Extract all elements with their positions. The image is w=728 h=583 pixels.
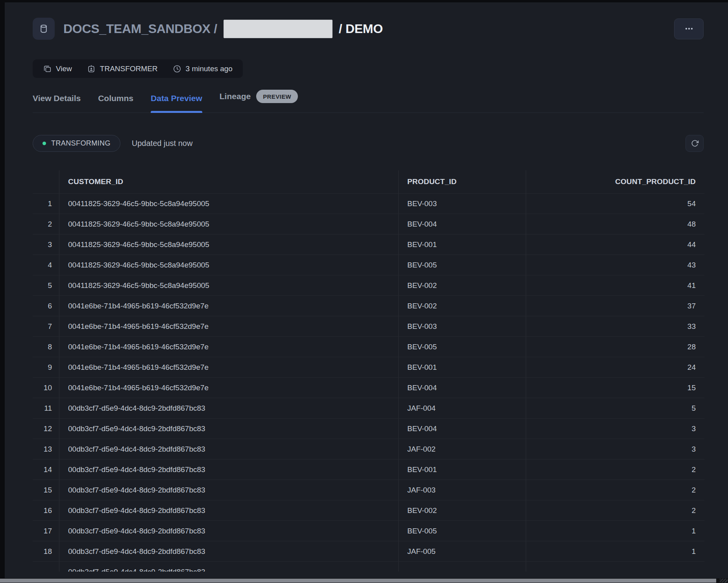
more-options-button[interactable] <box>674 18 704 39</box>
cell-count-product-id: 3 <box>526 439 704 459</box>
view-object-icon <box>43 65 52 73</box>
cell-count-product-id: 1 <box>526 541 704 561</box>
resize-grip-icon <box>720 579 728 583</box>
table-row: 1300db3cf7-d5e9-4dc4-8dc9-2bdfd867bc83JA… <box>33 439 704 459</box>
row-number: 3 <box>33 234 59 255</box>
table-row: 300411825-3629-46c5-9bbc-5c8a94e95005BEV… <box>33 234 704 255</box>
table-row: 1200db3cf7-d5e9-4dc4-8dc9-2bdfd867bc83BE… <box>33 418 704 439</box>
refresh-button[interactable] <box>686 135 704 152</box>
data-preview-table: CUSTOMER_ID PRODUCT_ID COUNT_PRODUCT_ID … <box>33 170 704 572</box>
redacted-schema-name <box>224 20 333 38</box>
table-row: 1500db3cf7-d5e9-4dc4-8dc9-2bdfd867bc83JA… <box>33 480 704 500</box>
cell-product-id: JAF-002 <box>399 439 526 459</box>
updated-text: Updated just now <box>132 139 193 148</box>
row-number: 15 <box>33 480 59 500</box>
database-icon <box>33 18 55 40</box>
tab-columns[interactable]: Columns <box>98 94 133 113</box>
table-header-row: CUSTOMER_ID PRODUCT_ID COUNT_PRODUCT_ID <box>33 170 704 193</box>
cell-count-product-id: 2 <box>526 500 704 520</box>
row-number-header <box>33 170 59 193</box>
table-row: 100411825-3629-46c5-9bbc-5c8a94e95005BEV… <box>33 193 704 214</box>
cell-customer-id: 00db3cf7-d5e9-4dc4-8dc9-2bdfd867bc83 <box>59 541 399 561</box>
tab-data-preview[interactable]: Data Preview <box>151 94 202 113</box>
row-number: 2 <box>33 214 59 234</box>
cell-customer-id: 00db3cf7-d5e9-4dc4-8dc9-2bdfd867bc83 <box>59 398 399 418</box>
cell-count-product-id <box>526 562 704 572</box>
cell-customer-id: 0041e6be-71b4-4965-b619-46cf532d9e7e <box>59 378 399 398</box>
row-number: 7 <box>33 316 59 336</box>
title-object-name: / DEMO <box>339 22 383 36</box>
cell-count-product-id: 2 <box>526 459 704 480</box>
column-header-product-id: PRODUCT_ID <box>399 170 526 193</box>
cell-customer-id: 00db3cf7-d5e9-4dc4-8dc9-2bdfd867bc83 <box>59 521 399 541</box>
cell-count-product-id: 2 <box>526 480 704 500</box>
cell-customer-id: 00411825-3629-46c5-9bbc-5c8a94e95005 <box>59 255 399 275</box>
row-number: 17 <box>33 521 59 541</box>
column-header-count-product-id: COUNT_PRODUCT_ID <box>526 170 704 193</box>
page-title: DOCS_TEAM_SANDBOX / / DEMO <box>63 20 383 38</box>
cell-product-id: BEV-002 <box>399 296 526 316</box>
cell-count-product-id: 5 <box>526 398 704 418</box>
row-number <box>33 562 59 572</box>
table-row: 200411825-3629-46c5-9bbc-5c8a94e95005BEV… <box>33 214 704 234</box>
table-row: 1100db3cf7-d5e9-4dc4-8dc9-2bdfd867bc83JA… <box>33 398 704 418</box>
tab-bar: View Details Columns Data Preview Lineag… <box>33 90 704 113</box>
table-row: 60041e6be-71b4-4965-b619-46cf532d9e7eBEV… <box>33 295 704 316</box>
cell-count-product-id: 1 <box>526 521 704 541</box>
row-number: 11 <box>33 398 59 418</box>
last-updated-chip: 3 minutes ago <box>173 65 233 73</box>
horizontal-scrollbar <box>0 578 728 583</box>
row-number: 12 <box>33 419 59 439</box>
table-row: 100041e6be-71b4-4965-b619-46cf532d9e7eBE… <box>33 377 704 398</box>
cell-product-id <box>399 562 526 572</box>
cell-count-product-id: 28 <box>526 337 704 357</box>
row-number: 1 <box>33 194 59 214</box>
view-detail-page: DOCS_TEAM_SANDBOX / / DEMO <box>5 2 728 578</box>
cell-count-product-id: 43 <box>526 255 704 275</box>
tab-lineage[interactable]: Lineage PREVIEW <box>220 90 298 113</box>
refresh-icon <box>691 139 699 148</box>
horizontal-scrollbar-thumb[interactable] <box>0 579 716 583</box>
title-path-prefix: DOCS_TEAM_SANDBOX / <box>63 22 217 36</box>
cell-count-product-id: 24 <box>526 357 704 377</box>
cell-customer-id: 0041e6be-71b4-4965-b619-46cf532d9e7e <box>59 296 399 316</box>
last-updated-label: 3 minutes ago <box>186 65 233 73</box>
table-row: 90041e6be-71b4-4965-b619-46cf532d9e7eBEV… <box>33 357 704 377</box>
cell-customer-id: 00db3cf7-d5e9-4dc4-8dc9-2bdfd867bc83 <box>59 562 399 572</box>
table-row: 70041e6be-71b4-4965-b619-46cf532d9e7eBEV… <box>33 316 704 336</box>
cell-customer-id: 00411825-3629-46c5-9bbc-5c8a94e95005 <box>59 234 399 255</box>
row-number: 14 <box>33 459 59 480</box>
role-chip: TRANSFORMER <box>87 65 158 73</box>
cell-customer-id: 0041e6be-71b4-4965-b619-46cf532d9e7e <box>59 316 399 336</box>
table-row: 400411825-3629-46c5-9bbc-5c8a94e95005BEV… <box>33 255 704 275</box>
row-number: 10 <box>33 378 59 398</box>
preview-status-row: TRANSFORMING Updated just now <box>33 135 704 152</box>
cell-product-id: BEV-001 <box>399 357 526 377</box>
preview-feature-badge: PREVIEW <box>256 90 298 103</box>
row-number: 13 <box>33 439 59 459</box>
cell-customer-id: 00db3cf7-d5e9-4dc4-8dc9-2bdfd867bc83 <box>59 419 399 439</box>
row-number: 6 <box>33 296 59 316</box>
cell-product-id: BEV-003 <box>399 194 526 214</box>
row-number: 5 <box>33 275 59 295</box>
cell-customer-id: 0041e6be-71b4-4965-b619-46cf532d9e7e <box>59 337 399 357</box>
table-row: 1400db3cf7-d5e9-4dc4-8dc9-2bdfd867bc83BE… <box>33 459 704 480</box>
table-row: 1600db3cf7-d5e9-4dc4-8dc9-2bdfd867bc83BE… <box>33 500 704 520</box>
clock-icon <box>173 65 181 73</box>
table-row: 1800db3cf7-d5e9-4dc4-8dc9-2bdfd867bc83JA… <box>33 541 704 561</box>
row-number: 18 <box>33 541 59 561</box>
cell-count-product-id: 44 <box>526 234 704 255</box>
object-type-chip: View <box>43 65 72 73</box>
status-badge: TRANSFORMING <box>33 135 120 152</box>
object-type-label: View <box>56 65 72 73</box>
cell-product-id: BEV-001 <box>399 459 526 480</box>
tab-view-details[interactable]: View Details <box>33 94 81 113</box>
row-number: 8 <box>33 337 59 357</box>
cell-product-id: BEV-002 <box>399 500 526 520</box>
table-row: 00db3cf7-d5e9-4dc4-8dc9-2bdfd867bc83 <box>33 561 704 572</box>
table-row: 80041e6be-71b4-4965-b619-46cf532d9e7eBEV… <box>33 336 704 357</box>
cell-product-id: BEV-005 <box>399 337 526 357</box>
cell-product-id: BEV-005 <box>399 255 526 275</box>
role-label: TRANSFORMER <box>100 65 158 73</box>
table-row: 1700db3cf7-d5e9-4dc4-8dc9-2bdfd867bc83BE… <box>33 520 704 541</box>
